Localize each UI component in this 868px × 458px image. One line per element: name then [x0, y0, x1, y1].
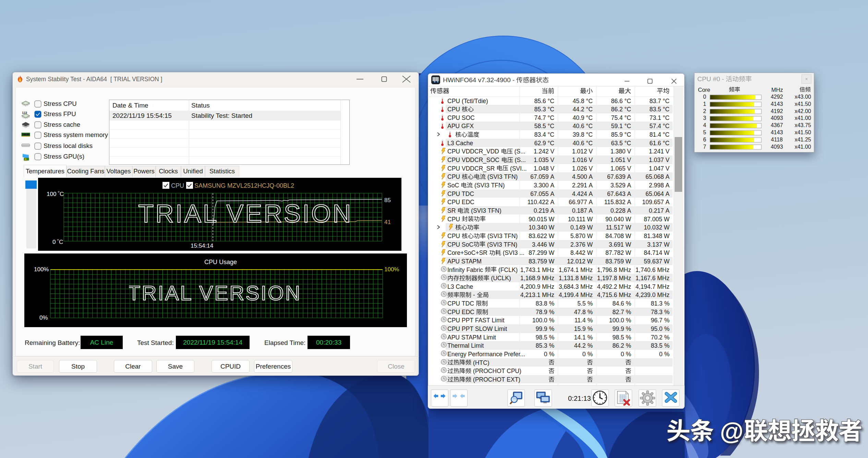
svg-text:TRIAL VERSION: TRIAL VERSION	[129, 282, 300, 305]
svg-text:@: @	[720, 419, 743, 445]
svg-text:TRIAL VERSION: TRIAL VERSION	[138, 203, 353, 228]
